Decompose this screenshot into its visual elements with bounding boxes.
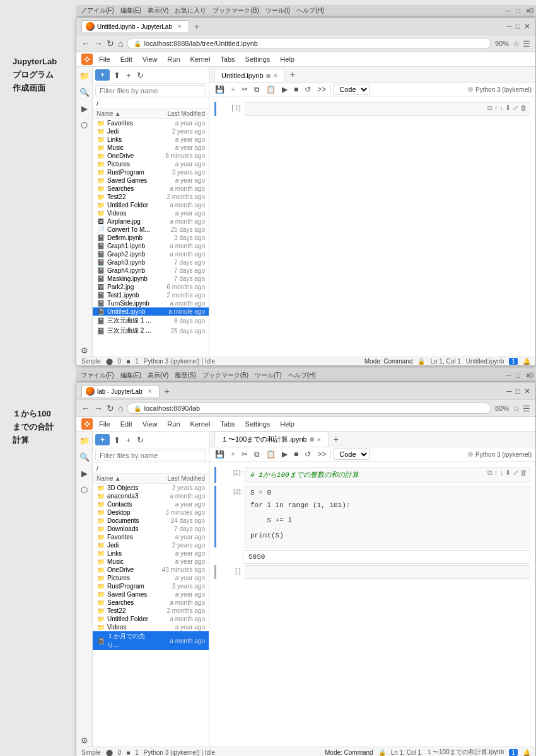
code-line-1[interactable]: S = 0 <box>245 486 530 501</box>
menu-view-2[interactable]: View <box>139 419 161 429</box>
fb-upload-btn-2[interactable]: ⬆ <box>112 435 122 445</box>
list-item[interactable]: 📓 Masking.ipynb 7 days ago <box>93 275 209 283</box>
menu-icon-2[interactable]: ☰ <box>523 404 530 413</box>
cell-content-2a[interactable]: ⧉ ↑ ↓ ⬇ ⤢ 🗑 # 1から100までの整数の和の計算 <box>245 467 530 483</box>
nb-copy-btn-1[interactable]: ⧉ <box>252 84 262 94</box>
list-item[interactable]: 📓 Graph2.ipynb a month ago <box>93 250 209 258</box>
list-item[interactable]: 📁 RustProgram 3 years ago <box>93 168 209 176</box>
fb-search-input-2[interactable] <box>95 450 206 461</box>
cell-up-icon-1[interactable]: ↑ <box>494 104 498 112</box>
menu-tabs-1[interactable]: Tabs <box>216 54 238 64</box>
cell-content-2b[interactable]: S = 0 for i in range (1, 101): S += i pr… <box>245 486 530 547</box>
status-toggle-2[interactable]: ⬤ <box>106 749 113 756</box>
list-item[interactable]: 🖼 Airplane.jpg a month ago <box>93 217 209 226</box>
nb-runall-btn-2[interactable]: >> <box>315 449 328 459</box>
win-minimize-1[interactable]: ─ <box>506 22 512 31</box>
list-item[interactable]: 📁 Untitled Folder a month ago <box>93 201 209 209</box>
cell-delete-icon-2a[interactable]: 🗑 <box>520 469 527 477</box>
list-item[interactable]: 📓 Graph1.ipynb a month ago <box>93 242 209 250</box>
minimize-btn-2[interactable]: ─ <box>506 372 511 380</box>
cell-copy-icon-2a[interactable]: ⧉ <box>487 469 492 477</box>
bookmark-icon-2[interactable]: ☆ <box>513 404 520 413</box>
browser-tab-1[interactable]: Untitled.ipynb - JupyterLab ✕ <box>81 20 189 32</box>
list-item[interactable]: 📓 Graph4.ipynb 7 days ago <box>93 266 209 275</box>
nb-save-btn-1[interactable]: 💾 <box>213 84 226 94</box>
menu-icon-1[interactable]: ☰ <box>523 39 530 49</box>
list-item[interactable]: 📁 Test22 2 months ago <box>93 607 209 615</box>
maximize-btn-2[interactable]: □ <box>516 372 520 380</box>
tab-close-2[interactable]: ✕ <box>148 388 153 394</box>
cell-content-2c[interactable] <box>245 565 530 579</box>
cell-move-icon-1[interactable]: ⤢ <box>513 104 518 112</box>
list-item[interactable]: 📓 三次元曲線 2 ... 25 days ago <box>93 326 209 336</box>
forward-btn-2[interactable]: → <box>94 403 103 413</box>
list-item[interactable]: 📓 Graph3.ipynb 7 days ago <box>93 258 209 266</box>
list-item[interactable]: 📁 Jedi 2 years ago <box>93 127 209 135</box>
notebook-tab-close-2[interactable]: ✕ <box>317 437 322 443</box>
list-item[interactable]: 📁 Searches a month ago <box>93 185 209 193</box>
menu-edit-2[interactable]: Edit <box>117 419 136 429</box>
fb-mkdir-btn-1[interactable]: + <box>124 70 133 81</box>
list-item[interactable]: 📁 Favorites a year ago <box>93 533 209 541</box>
home-btn-2[interactable]: ⌂ <box>118 403 123 413</box>
nb-cut-btn-2[interactable]: ✂ <box>240 449 250 459</box>
add-notebook-btn-1[interactable]: + <box>285 67 300 82</box>
refresh-btn-1[interactable]: ↻ <box>107 38 114 49</box>
nb-stop-btn-1[interactable]: ■ <box>292 84 300 94</box>
menu-run-2[interactable]: Run <box>163 419 184 429</box>
nb-restart-btn-1[interactable]: ↺ <box>303 84 313 94</box>
list-item[interactable]: 📓 １か月での売り... a month ago <box>93 631 209 650</box>
list-item[interactable]: 📁 OneDrive 43 minutes ago <box>93 566 209 574</box>
list-item[interactable]: 📁 Favorites a year ago <box>93 119 209 127</box>
nb-save-btn-2[interactable]: 💾 <box>213 449 226 459</box>
nb-settings-icon-1[interactable]: ⚙ <box>528 6 535 15</box>
win-close-1[interactable]: ✕ <box>524 22 530 31</box>
list-item[interactable]: 📁 Untitled Folder a month ago <box>93 615 209 623</box>
cell-down-icon-2a[interactable]: ↓ <box>500 469 504 477</box>
win-minimize-2[interactable]: ─ <box>506 387 512 396</box>
browser-tab-2[interactable]: lab - JupyterLab ✕ <box>81 385 160 397</box>
list-item[interactable]: 📓 TurnSide.ipynb a month ago <box>93 299 209 307</box>
fb-upload-btn-1[interactable]: ⬆ <box>112 70 122 81</box>
sidebar-search-icon-1[interactable]: 🔍 <box>78 86 91 98</box>
url-input-1[interactable]: 🔒 localhost:8888/lab/tree/Untitled.ipynb <box>127 38 491 49</box>
menu-file-2[interactable]: File <box>95 419 114 429</box>
list-item[interactable]: 📁 Saved Games a year ago <box>93 590 209 598</box>
forward-btn-1[interactable]: → <box>94 38 103 49</box>
sidebar-settings-icon-2[interactable]: ⚙ <box>78 734 91 747</box>
back-btn-2[interactable]: ← <box>81 403 90 413</box>
win-maximize-2[interactable]: □ <box>516 387 520 396</box>
status-toggle-1[interactable]: ⬤ <box>106 358 113 365</box>
notebook-tab-2[interactable]: １〜100までの和計算.ipynb ✕ <box>214 432 329 447</box>
list-item[interactable]: 📁 Test22 2 months ago <box>93 193 209 201</box>
menu-help-1[interactable]: Help <box>276 54 298 64</box>
cell-down-icon-1[interactable]: ↓ <box>500 104 504 112</box>
tab-close-1[interactable]: ✕ <box>177 23 182 30</box>
list-item[interactable]: 📁 Documents 24 days ago <box>93 517 209 525</box>
menu-view-1[interactable]: View <box>139 54 161 64</box>
code-type-select-1[interactable]: Code <box>334 84 370 95</box>
nb-add-btn-1[interactable]: + <box>229 84 237 94</box>
list-item[interactable]: 📁 Searches a month ago <box>93 598 209 607</box>
sidebar-search-icon-2[interactable]: 🔍 <box>78 450 91 463</box>
back-btn-1[interactable]: ← <box>81 38 90 49</box>
nb-copy-btn-2[interactable]: ⧉ <box>252 449 262 459</box>
cell-up-icon-2a[interactable]: ↑ <box>494 469 498 477</box>
list-item[interactable]: 📁 Videos a year ago <box>93 623 209 631</box>
list-item[interactable]: 📁 Pictures a year ago <box>93 160 209 168</box>
home-btn-1[interactable]: ⌂ <box>118 38 123 49</box>
list-item[interactable]: 📓 Test1.ipynb 2 months ago <box>93 291 209 299</box>
menu-run-1[interactable]: Run <box>163 54 184 64</box>
list-item[interactable]: 📓 Defirm.ipynb 3 days ago <box>93 234 209 242</box>
sidebar-settings-icon-1[interactable]: ⚙ <box>78 344 91 357</box>
list-item[interactable]: 📁 Links a year ago <box>93 135 209 144</box>
new-tab-btn-1[interactable]: + <box>192 21 202 32</box>
list-item[interactable]: 📁 anaconda3 a month ago <box>93 492 209 500</box>
nb-run-btn-1[interactable]: ▶ <box>280 84 289 94</box>
cell-add-icon-2a[interactable]: ⬇ <box>505 469 511 477</box>
nb-restart-btn-2[interactable]: ↺ <box>303 449 313 459</box>
maximize-btn-1[interactable]: □ <box>516 7 520 15</box>
list-item[interactable]: 📁 Music a year ago <box>93 144 209 152</box>
nb-add-btn-2[interactable]: + <box>229 449 237 459</box>
sidebar-files-icon-1[interactable]: 📁 <box>78 69 91 82</box>
